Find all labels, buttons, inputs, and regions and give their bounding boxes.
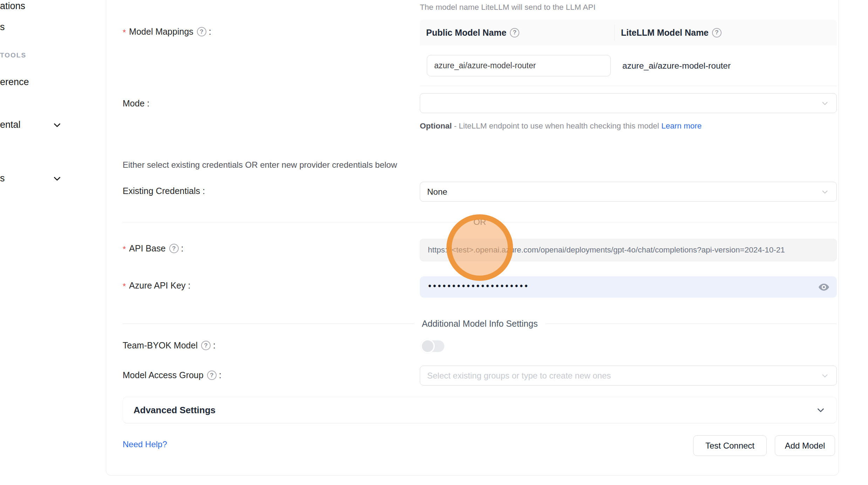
or-divider: OR — [123, 217, 837, 227]
chevron-down-icon — [821, 99, 829, 107]
model-mappings-label: * Model Mappings ? : — [123, 27, 211, 37]
litellm-model-name-header: LiteLLM Model Name ? — [615, 28, 837, 38]
chevron-down-icon[interactable] — [53, 174, 62, 183]
learn-more-link[interactable]: Learn more — [661, 122, 702, 130]
sidebar-item-experimental[interactable]: ental — [0, 119, 21, 130]
need-help-link[interactable]: Need Help? — [123, 439, 167, 449]
advanced-settings-panel[interactable]: Advanced Settings — [123, 397, 837, 423]
divider-line — [545, 324, 837, 324]
help-icon[interactable]: ? — [510, 28, 519, 37]
model-mappings-label-text: Model Mappings — [129, 27, 193, 37]
chevron-down-icon[interactable] — [53, 120, 62, 130]
litellm-model-name-header-text: LiteLLM Model Name — [621, 28, 709, 38]
colon: : — [203, 186, 205, 196]
colon: : — [213, 340, 216, 351]
colon: : — [181, 243, 184, 254]
public-model-name-header-text: Public Model Name — [426, 28, 506, 38]
required-mark: * — [123, 244, 126, 254]
advanced-settings-title: Advanced Settings — [134, 405, 216, 416]
model-mappings-table: Public Model Name ? LiteLLM Model Name ?… — [420, 20, 837, 86]
mode-helper-text: Optional - LiteLLM endpoint to use when … — [420, 119, 712, 133]
table-row: azure_ai/azure-model-router — [420, 46, 837, 86]
sidebar-item-organizations[interactable]: ations — [0, 1, 25, 12]
or-divider-text: OR — [466, 217, 494, 227]
sidebar-item[interactable]: s — [0, 22, 5, 33]
existing-credentials-label-text: Existing Credentials — [123, 186, 200, 196]
help-icon[interactable]: ? — [197, 27, 206, 36]
model-access-group-placeholder: Select existing groups or type to create… — [427, 371, 611, 381]
colon: : — [147, 98, 150, 109]
chevron-down-icon — [816, 406, 825, 415]
model-access-group-label-text: Model Access Group — [123, 370, 204, 380]
help-icon[interactable]: ? — [169, 244, 179, 253]
model-name-hint: The model name LiteLLM will send to the … — [420, 3, 596, 12]
divider-line — [123, 324, 414, 324]
eye-icon[interactable] — [818, 281, 830, 293]
model-access-group-select[interactable]: Select existing groups or type to create… — [420, 366, 837, 386]
toggle-knob — [421, 339, 435, 353]
team-byok-toggle[interactable] — [422, 340, 444, 352]
api-base-label: * API Base ? : — [123, 243, 184, 254]
chevron-down-icon — [821, 188, 829, 196]
help-icon[interactable]: ? — [207, 370, 217, 380]
sidebar-item-api-reference[interactable]: erence — [0, 77, 29, 88]
team-byok-label: Team-BYOK Model ? : — [123, 340, 216, 351]
chevron-down-icon — [821, 372, 829, 380]
model-mappings-table-header: Public Model Name ? LiteLLM Model Name ? — [420, 20, 837, 46]
azure-api-key-label-text: Azure API Key — [129, 280, 185, 291]
mode-helper-prefix: Optional — [420, 122, 452, 130]
mode-select[interactable] — [420, 93, 837, 113]
help-icon[interactable]: ? — [201, 341, 211, 350]
azure-api-key-label: * Azure API Key : — [123, 280, 191, 291]
api-base-input[interactable]: https://<test>.openai.azure.com/openai/d… — [420, 239, 837, 261]
colon: : — [209, 27, 211, 37]
required-mark: * — [123, 282, 126, 291]
additional-settings-divider: Additional Model Info Settings — [123, 319, 837, 329]
add-model-button[interactable]: Add Model — [775, 435, 835, 456]
additional-settings-divider-text: Additional Model Info Settings — [414, 319, 546, 329]
divider-line — [494, 222, 837, 222]
required-mark: * — [123, 28, 126, 37]
sidebar-section-tools: TOOLS — [0, 51, 26, 59]
public-model-name-header: Public Model Name ? — [420, 25, 615, 41]
mode-label: Mode : — [123, 98, 150, 109]
test-connect-button[interactable]: Test Connect — [693, 435, 767, 456]
model-access-group-label: Model Access Group ? : — [123, 370, 221, 380]
existing-credentials-select[interactable]: None — [420, 182, 837, 202]
divider-line — [123, 222, 466, 222]
colon: : — [188, 280, 191, 291]
sidebar-item-settings[interactable]: s — [0, 173, 5, 184]
litellm-model-name-value: azure_ai/azure-model-router — [611, 61, 731, 71]
api-base-label-text: API Base — [129, 243, 165, 254]
public-model-name-input[interactable] — [427, 55, 611, 76]
masked-api-key: ••••••••••••••••••••• — [428, 281, 529, 291]
help-icon[interactable]: ? — [712, 28, 722, 37]
existing-credentials-label: Existing Credentials : — [123, 186, 205, 196]
team-byok-label-text: Team-BYOK Model — [123, 340, 198, 351]
credentials-note: Either select existing credentials OR en… — [123, 160, 397, 170]
mode-helper-body: - LiteLLM endpoint to use when health ch… — [452, 122, 661, 130]
mode-label-text: Mode — [123, 98, 145, 109]
colon: : — [219, 370, 221, 380]
azure-api-key-input[interactable]: ••••••••••••••••••••• — [420, 276, 837, 298]
add-model-page: ations s TOOLS erence ental s The model … — [0, 0, 868, 485]
existing-credentials-value: None — [427, 187, 447, 197]
